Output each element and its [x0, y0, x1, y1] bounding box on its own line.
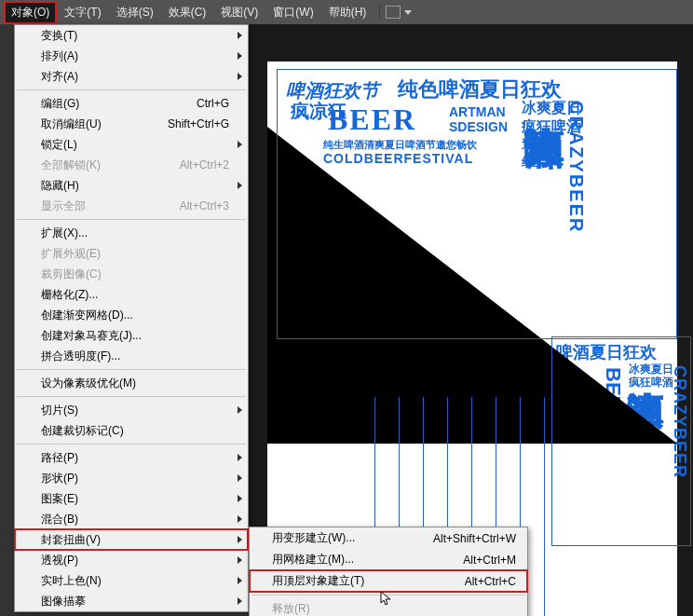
- menu-item[interactable]: 设为像素级优化(M): [15, 373, 248, 393]
- menu-item-label: 图案(E): [41, 491, 229, 507]
- menu-help[interactable]: 帮助(H): [321, 1, 374, 24]
- menu-type[interactable]: 文字(T): [57, 1, 108, 24]
- submenu-arrow-icon: [238, 474, 242, 482]
- menu-item[interactable]: 实时上色(N): [15, 570, 248, 591]
- menu-item[interactable]: 编组(G)Ctrl+G: [15, 93, 248, 114]
- submenu-arrow-icon: [238, 73, 242, 80]
- menu-item-label: 图像描摹: [41, 594, 229, 609]
- menubar: 对象(O) 文字(T) 选择(S) 效果(C) 视图(V) 窗口(W) 帮助(H…: [0, 0, 693, 24]
- submenu-item[interactable]: 用顶层对象建立(T)Alt+Ctrl+C: [250, 570, 527, 592]
- menu-item-label: 形状(P): [41, 471, 229, 486]
- object-menu-dropdown: 变换(T)排列(A)对齐(A)编组(G)Ctrl+G取消编组(U)Shift+C…: [14, 24, 249, 612]
- menu-item-label: 拼合透明度(F)...: [41, 349, 229, 364]
- menu-item-label: 排列(A): [41, 48, 229, 64]
- menu-item-label: 实时上色(N): [41, 573, 229, 589]
- submenu-arrow-icon: [238, 556, 242, 564]
- menu-item[interactable]: 变换(T): [15, 25, 248, 46]
- menu-divider: [17, 219, 246, 220]
- selection-box[interactable]: [551, 336, 691, 546]
- menu-item-label: 路径(P): [41, 450, 229, 466]
- menu-item[interactable]: 图像描摹: [15, 591, 248, 611]
- menu-item[interactable]: 对齐(A): [15, 66, 248, 87]
- submenu-arrow-icon: [238, 597, 242, 605]
- chevron-down-icon: [404, 10, 412, 15]
- submenu-shortcut: Alt+Shift+Ctrl+W: [433, 532, 516, 545]
- menu-divider: [17, 369, 246, 370]
- menu-select[interactable]: 选择(S): [109, 1, 161, 24]
- menubar-separator: [379, 5, 380, 20]
- submenu-item-label: 释放(R): [272, 601, 516, 616]
- menu-item[interactable]: 透视(P): [15, 550, 248, 570]
- menu-object[interactable]: 对象(O): [4, 1, 57, 24]
- menu-item-label: 扩展(X)...: [41, 226, 229, 241]
- menu-item-label: 对齐(A): [41, 69, 229, 85]
- menu-item-label: 创建渐变网格(D)...: [41, 308, 229, 323]
- submenu-arrow-icon: [238, 495, 242, 502]
- menu-item-label: 设为像素级优化(M): [41, 376, 229, 391]
- menu-item[interactable]: 切片(S): [15, 400, 248, 420]
- submenu-arrow-icon: [238, 454, 242, 461]
- menu-item[interactable]: 栅格化(Z)...: [15, 284, 248, 305]
- submenu-shortcut: Alt+Ctrl+M: [463, 554, 516, 567]
- submenu-shortcut: Alt+Ctrl+C: [465, 575, 516, 588]
- submenu-item[interactable]: 用网格建立(M)...Alt+Ctrl+M: [250, 549, 527, 570]
- menu-item-label: 混合(B): [41, 512, 229, 527]
- menu-item[interactable]: 混合(B): [15, 509, 248, 529]
- submenu-item-label: 用变形建立(W)...: [272, 530, 433, 546]
- menu-item-label: 全部解锁(K): [41, 157, 180, 173]
- menu-item[interactable]: 创建渐变网格(D)...: [15, 305, 248, 325]
- submenu-arrow-icon: [238, 52, 242, 60]
- submenu-arrow-icon: [238, 515, 242, 523]
- menu-item-label: 切片(S): [41, 403, 229, 418]
- menu-view[interactable]: 视图(V): [213, 1, 265, 24]
- submenu-arrow-icon: [238, 182, 242, 189]
- menu-item-label: 锁定(L): [41, 137, 229, 153]
- submenu-arrow-icon: [238, 536, 242, 543]
- menu-shortcut: Ctrl+G: [197, 97, 229, 110]
- menu-item[interactable]: 创建对象马赛克(J)...: [15, 325, 248, 346]
- menu-item[interactable]: 取消编组(U)Shift+Ctrl+G: [15, 114, 248, 134]
- menu-item-label: 栅格化(Z)...: [41, 287, 229, 303]
- menu-shortcut: Alt+Ctrl+3: [180, 199, 229, 212]
- menu-item-label: 封套扭曲(V): [41, 532, 229, 548]
- menu-item[interactable]: 创建裁切标记(C): [15, 420, 248, 441]
- arrange-documents[interactable]: [386, 6, 412, 19]
- submenu-arrow-icon: [238, 577, 242, 584]
- menu-item[interactable]: 路径(P): [15, 447, 248, 468]
- menu-divider: [17, 396, 246, 397]
- submenu-arrow-icon: [238, 406, 242, 414]
- menu-item[interactable]: 排列(A): [15, 46, 248, 66]
- menu-item[interactable]: 封套扭曲(V): [15, 529, 248, 550]
- menu-item[interactable]: 拼合透明度(F)...: [15, 346, 248, 366]
- menu-divider: [17, 89, 246, 90]
- menu-item: 全部解锁(K)Alt+Ctrl+2: [15, 155, 248, 175]
- submenu-item[interactable]: 用变形建立(W)...Alt+Shift+Ctrl+W: [250, 527, 527, 549]
- menu-item-label: 显示全部: [41, 198, 180, 214]
- menu-item-label: 扩展外观(E): [41, 246, 229, 262]
- menu-effect[interactable]: 效果(C): [161, 1, 214, 24]
- mouse-cursor-icon: [380, 591, 393, 608]
- menu-window[interactable]: 窗口(W): [265, 1, 320, 24]
- arrange-icon: [386, 6, 401, 19]
- menu-shortcut: Alt+Ctrl+2: [180, 158, 229, 171]
- menu-item-label: 隐藏(H): [41, 178, 229, 194]
- menu-item: 裁剪图像(C): [15, 264, 248, 284]
- selection-box[interactable]: [277, 69, 677, 339]
- menu-item: 显示全部Alt+Ctrl+3: [15, 196, 248, 216]
- menu-item-label: 取消编组(U): [41, 116, 168, 132]
- menu-item[interactable]: 扩展(X)...: [15, 223, 248, 243]
- menu-item-label: 创建裁切标记(C): [41, 423, 229, 439]
- menu-shortcut: Shift+Ctrl+G: [168, 117, 229, 130]
- submenu-arrow-icon: [238, 32, 242, 39]
- menu-item[interactable]: 形状(P): [15, 468, 248, 488]
- menu-item[interactable]: 隐藏(H): [15, 175, 248, 196]
- menu-item-label: 透视(P): [41, 553, 229, 568]
- menu-item-label: 编组(G): [41, 96, 197, 112]
- menu-item-label: 变换(T): [41, 28, 229, 44]
- menu-item-label: 裁剪图像(C): [41, 267, 229, 282]
- menu-item[interactable]: 锁定(L): [15, 134, 248, 155]
- menu-item-label: 创建对象马赛克(J)...: [41, 328, 229, 344]
- submenu-item-label: 用顶层对象建立(T): [272, 573, 465, 589]
- submenu-item-label: 用网格建立(M)...: [272, 552, 463, 568]
- menu-item[interactable]: 图案(E): [15, 488, 248, 509]
